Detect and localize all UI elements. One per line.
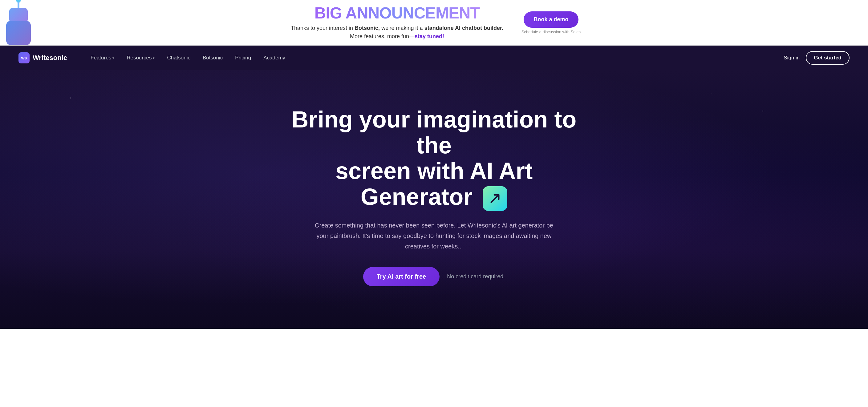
navbar: ws Writesonic Features ▾ Resources ▾ Cha…: [0, 45, 868, 70]
resources-chevron-icon: ▾: [153, 56, 155, 60]
banner-text: Thanks to your interest in Botsonic, we'…: [286, 24, 508, 41]
nav-resources[interactable]: Resources ▾: [122, 52, 160, 63]
hero-section: Bring your imagination to the screen wit…: [0, 70, 868, 329]
banner-content: BIG ANNOUNCEMENT Thanks to your interest…: [286, 5, 508, 41]
hero-icon: [483, 186, 507, 211]
nav-right: Sign in Get started: [784, 51, 849, 65]
robot-body: [6, 21, 31, 45]
nav-pricing[interactable]: Pricing: [230, 52, 256, 63]
logo-initials: ws: [21, 55, 27, 60]
nav-features[interactable]: Features ▾: [86, 52, 119, 63]
nav-pricing-label: Pricing: [235, 55, 251, 61]
book-demo-button[interactable]: Book a demo: [524, 11, 578, 28]
banner-title: BIG ANNOUNCEMENT: [286, 5, 508, 21]
nav-resources-label: Resources: [127, 55, 152, 61]
hero-subtitle: Create something that has never been see…: [314, 220, 554, 252]
announcement-banner: BIG ANNOUNCEMENT Thanks to your interest…: [0, 0, 868, 45]
nav-academy-label: Academy: [264, 55, 285, 61]
decorative-dot-3: +: [762, 109, 764, 113]
hero-cta-area: Try AI art for free No credit card requi…: [363, 267, 505, 286]
no-credit-card-note: No credit card required.: [447, 273, 505, 280]
logo-icon: ws: [19, 52, 30, 63]
banner-text-part3: More features, more fun—: [350, 33, 414, 39]
banner-illustration: [0, 0, 148, 45]
hero-title: Bring your imagination to the screen wit…: [280, 106, 588, 211]
hero-title-line1: Bring your imagination to the: [292, 106, 577, 158]
banner-highlight-link[interactable]: stay tuned!: [414, 33, 444, 39]
banner-bold2: standalone AI chatbot builder.: [425, 25, 503, 31]
logo-text: Writesonic: [33, 54, 67, 62]
nav-links: Features ▾ Resources ▾ Chatsonic Botsoni…: [86, 52, 784, 63]
banner-text-part1: Thanks to your interest in: [291, 25, 354, 31]
logo-link[interactable]: ws Writesonic: [19, 52, 67, 63]
nav-chatsonic[interactable]: Chatsonic: [162, 52, 195, 63]
robot-antenna: [18, 2, 20, 8]
nav-botsonic-label: Botsonic: [203, 55, 223, 61]
decorative-dot-2: ·: [122, 83, 123, 88]
decorative-dot-4: ·: [711, 91, 712, 95]
get-started-button[interactable]: Get started: [806, 51, 849, 65]
sign-in-button[interactable]: Sign in: [784, 55, 800, 61]
decorative-dot-1: +: [69, 96, 71, 100]
try-free-button[interactable]: Try AI art for free: [363, 267, 439, 286]
nav-chatsonic-label: Chatsonic: [167, 55, 190, 61]
nav-features-label: Features: [91, 55, 111, 61]
banner-cta: Book a demo Schedule a discussion with S…: [520, 11, 582, 34]
book-demo-sub: Schedule a discussion with Sales: [522, 30, 581, 34]
banner-text-part2: we're making it a: [380, 25, 425, 31]
nav-botsonic[interactable]: Botsonic: [198, 52, 228, 63]
banner-brand: Botsonic,: [354, 25, 380, 31]
features-chevron-icon: ▾: [113, 56, 114, 60]
nav-academy[interactable]: Academy: [258, 52, 290, 63]
